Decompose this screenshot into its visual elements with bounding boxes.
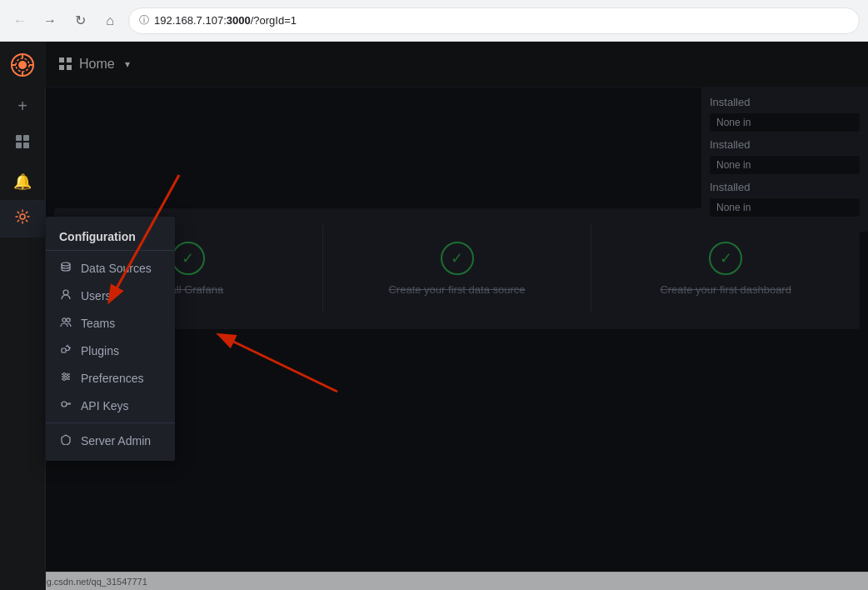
config-menu-item-data-sources[interactable]: Data Sources	[46, 254, 175, 282]
browser-chrome: ← → ↻ ⌂ ⓘ 192.168.7.107:3000/?orgId=1	[0, 0, 868, 42]
users-icon	[59, 288, 72, 302]
alert-icon: 🔔	[13, 172, 32, 191]
server-admin-icon	[59, 433, 72, 448]
config-menu-item-users[interactable]: Users	[46, 282, 175, 309]
svg-rect-9	[16, 142, 22, 148]
svg-point-12	[62, 262, 70, 266]
sidebar-icon-create[interactable]: +	[0, 88, 46, 125]
config-menu-item-plugins[interactable]: Plugins	[46, 337, 175, 364]
svg-point-21	[67, 376, 69, 378]
svg-rect-7	[16, 135, 22, 141]
api-keys-label: API Keys	[81, 399, 129, 412]
svg-point-15	[67, 318, 70, 322]
svg-point-20	[63, 373, 66, 376]
svg-point-14	[62, 318, 66, 322]
svg-point-22	[63, 378, 66, 381]
svg-point-1	[18, 61, 27, 69]
sidebar-icons: + 🔔	[0, 42, 46, 590]
dashboards-icon	[14, 133, 31, 154]
config-menu-item-api-keys[interactable]: API Keys	[46, 392, 175, 419]
svg-point-11	[20, 214, 25, 219]
config-menu-item-teams[interactable]: Teams	[46, 309, 175, 337]
app-container: + 🔔	[0, 42, 868, 590]
sidebar-icon-alerts[interactable]: 🔔	[0, 162, 46, 200]
config-panel: Configuration Data Sources Users	[46, 217, 175, 461]
svg-rect-8	[23, 135, 29, 141]
preferences-icon	[59, 371, 72, 385]
home-browser-button[interactable]: ⌂	[98, 9, 122, 32]
address-bar[interactable]: ⓘ 192.168.7.107:3000/?orgId=1	[128, 8, 860, 34]
preferences-label: Preferences	[81, 372, 143, 385]
teams-label: Teams	[81, 317, 115, 330]
sidebar-icon-dashboards[interactable]	[0, 125, 46, 162]
server-admin-label: Server Admin	[81, 434, 151, 448]
users-label: Users	[81, 289, 112, 302]
back-button[interactable]: ←	[8, 9, 32, 32]
svg-rect-16	[62, 348, 66, 352]
config-panel-header: Configuration	[46, 223, 175, 251]
api-keys-icon	[59, 398, 72, 412]
svg-point-23	[62, 402, 67, 407]
sidebar-logo[interactable]	[0, 42, 46, 88]
create-icon: +	[17, 97, 27, 116]
plugins-label: Plugins	[81, 344, 119, 358]
svg-point-13	[63, 290, 68, 295]
config-panel-server: Server Admin	[46, 422, 175, 454]
svg-rect-10	[23, 142, 29, 148]
data-sources-icon	[59, 261, 72, 275]
reload-button[interactable]: ↻	[68, 9, 92, 32]
config-icon	[14, 208, 31, 229]
plugins-icon	[59, 343, 72, 358]
address-text: 192.168.7.107:3000/?orgId=1	[154, 14, 297, 27]
sidebar-icon-config[interactable]	[0, 200, 46, 238]
teams-icon	[59, 316, 72, 330]
address-info-icon: ⓘ	[139, 13, 149, 28]
config-menu-item-server-admin[interactable]: Server Admin	[46, 427, 175, 454]
grafana-logo-icon	[11, 53, 34, 77]
forward-button[interactable]: →	[38, 9, 62, 32]
config-menu-item-preferences[interactable]: Preferences	[46, 364, 175, 392]
data-sources-label: Data Sources	[81, 262, 152, 275]
